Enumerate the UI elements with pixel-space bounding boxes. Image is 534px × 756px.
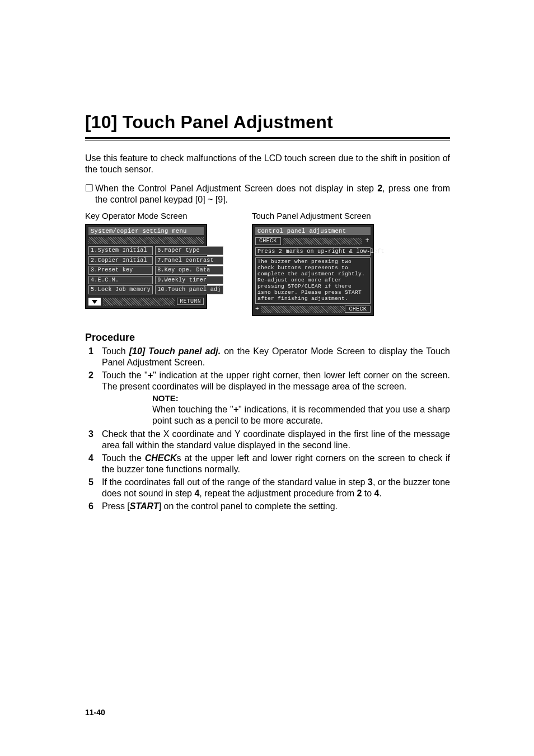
note-label: NOTE: (152, 393, 450, 404)
lcd2-body: The buzzer when pressing two check butto… (255, 257, 371, 303)
menu-item[interactable]: 2.Copier Initial (88, 256, 153, 265)
note-pre: When touching the " (152, 405, 233, 414)
s5g: to (362, 489, 374, 498)
step-3: Check that the X coordinate and Y coordi… (85, 429, 450, 451)
lcd1-columns: 1.System Initial 2.Copier Initial 3.Pres… (88, 246, 204, 295)
step-2: Touch the "+" indication at the upper ri… (85, 370, 450, 426)
step4-key: CHECK (145, 453, 177, 463)
lcd1-title: System/copier setting menu (88, 227, 204, 235)
lcd2-foot: + CHECK (255, 306, 371, 313)
s5f: 2 (357, 489, 362, 498)
lcd1-hatch (103, 298, 175, 306)
plus-mark-bottom[interactable]: + (255, 306, 261, 313)
menu-item[interactable]: 5.Lock Job memory (88, 285, 153, 294)
check-button-bottom[interactable]: CHECK (345, 306, 371, 313)
s5e: , repeat the adjustment procedure from (199, 489, 357, 498)
svg-marker-0 (92, 300, 97, 304)
menu-item[interactable]: 4.E.C.M. (88, 276, 153, 285)
screenshots-row: Key Operator Mode Screen System/copier s… (85, 211, 450, 316)
step1-key: [10] Touch panel adj. (129, 346, 221, 356)
screen1-caption: Key Operator Mode Screen (85, 211, 207, 220)
step-1: Touch [10] Touch panel adj. on the Key O… (85, 346, 450, 368)
menu-item[interactable]: 10.Touch panel adj (155, 285, 223, 294)
bullet-item: ❐ When the Control Panel Adjustment Scre… (85, 183, 450, 205)
down-arrow-icon[interactable] (88, 298, 101, 306)
step-6: Press [START] on the control panel to co… (85, 501, 450, 512)
lcd1-col-right: 6.Paper type 7.Panel contrast 8.Key ope.… (155, 246, 223, 295)
bullet-icon: ❐ (85, 183, 95, 194)
plus-mark-top[interactable]: + (364, 237, 371, 245)
lcd2-check-row: CHECK + (255, 237, 371, 245)
procedure-list: Touch [10] Touch panel adj. on the Key O… (85, 346, 450, 512)
menu-item[interactable]: 7.Panel contrast (155, 256, 223, 265)
lcd-panel-2: Control panel adjustment CHECK + Press 2… (252, 224, 374, 316)
screen-touch-adjust: Touch Panel Adjustment Screen Control pa… (252, 211, 374, 316)
menu-item[interactable]: 1.System Initial (88, 246, 153, 255)
lcd2-title: Control panel adjustment (255, 227, 371, 235)
step2-pre: Touch the " (102, 370, 148, 380)
bullet-pre: When the Control Panel Adjustment Screen… (95, 184, 377, 193)
lcd1-pattern (88, 237, 204, 244)
lcd-panel-1: System/copier setting menu 1.System Init… (85, 224, 207, 309)
note-block: NOTE: When touching the "+" indications,… (152, 393, 450, 426)
menu-item[interactable]: 3.Preset key (88, 266, 153, 275)
page-title: [10] Touch Panel Adjustment (85, 112, 450, 133)
lcd2-hatch2 (261, 306, 345, 313)
return-button[interactable]: RETURN (177, 298, 204, 306)
note-body: When touching the "+" indications, it is… (152, 404, 450, 426)
check-button-top[interactable]: CHECK (255, 237, 281, 245)
lcd1-col-left: 1.System Initial 2.Copier Initial 3.Pres… (88, 246, 153, 295)
s5b: 3 (368, 477, 373, 487)
bullet-text: When the Control Panel Adjustment Screen… (95, 183, 450, 205)
page-number: 11-40 (85, 708, 105, 717)
screen2-caption: Touch Panel Adjustment Screen (252, 211, 374, 220)
s6b: START (130, 501, 159, 511)
step4-pre: Touch the (102, 453, 145, 463)
step2-plus: + (148, 370, 153, 380)
page: [10] Touch Panel Adjustment Use this fea… (0, 0, 534, 756)
procedure-heading: Procedure (85, 332, 450, 344)
step2-post: " indication at the upper right corner, … (102, 370, 450, 391)
note-plus: + (233, 405, 238, 414)
menu-item[interactable]: 6.Paper type (155, 246, 223, 255)
screen-key-operator: Key Operator Mode Screen System/copier s… (85, 211, 207, 316)
intro-text: Use this feature to check malfunctions o… (85, 153, 450, 175)
s5i: . (379, 489, 381, 498)
step1-pre: Touch (102, 346, 129, 356)
lcd1-bottom: RETURN (88, 298, 204, 306)
title-rule (85, 137, 450, 140)
menu-item[interactable]: 8.Key ope. Data (155, 266, 223, 275)
step-4: Touch the CHECKs at the upper left and l… (85, 453, 450, 475)
bullet-step: 2 (377, 184, 382, 193)
lcd2-instruction: Press 2 marks on up-right & low-left (255, 247, 371, 256)
s6c: ] on the control panel to complete the s… (159, 501, 338, 511)
s5a: If the coordinates fall out of the range… (102, 477, 368, 487)
menu-item[interactable]: 9.Weekly timer (155, 276, 223, 285)
lcd2-hatch (283, 238, 362, 245)
step-5: If the coordinates fall out of the range… (85, 477, 450, 499)
s6a: Press [ (102, 501, 130, 511)
